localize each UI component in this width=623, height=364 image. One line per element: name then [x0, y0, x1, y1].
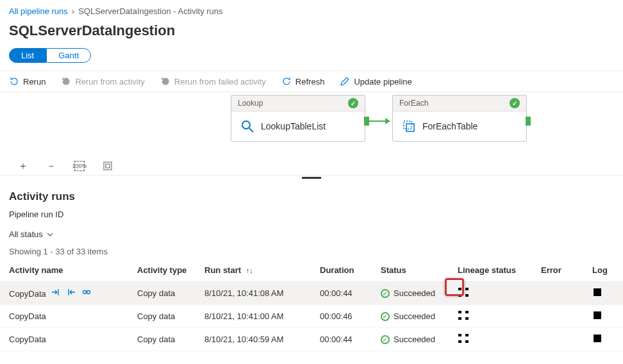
svg-rect-18: [458, 334, 461, 336]
svg-rect-9: [465, 288, 469, 290]
svg-rect-19: [465, 334, 469, 336]
page-title: SQLServerDataIngestion: [0, 20, 623, 48]
svg-rect-5: [106, 164, 110, 168]
cell-duration: 00:00:44: [311, 328, 372, 351]
log-icon[interactable]: [592, 310, 602, 320]
cell-run-start: 8/10/21, 10:41:08 AM: [195, 282, 311, 305]
input-icon[interactable]: [51, 288, 60, 297]
cell-run-start: 8/10/21, 10:41:00 AM: [195, 305, 311, 328]
log-icon[interactable]: [592, 287, 602, 297]
cell-status: Succeeded: [381, 335, 444, 344]
rerun-failed-label: Rerun from failed activity: [174, 77, 266, 87]
run-id-label: Pipeline run ID: [0, 207, 623, 226]
cell-run-start: 8/10/21, 10:40:59 AM: [195, 328, 311, 351]
view-list-button[interactable]: List: [9, 48, 46, 63]
rerun-label: Rerun: [23, 77, 46, 87]
view-gantt-button[interactable]: Gantt: [46, 48, 91, 63]
update-pipeline-button[interactable]: Update pipeline: [340, 76, 411, 87]
table-row[interactable]: CopyData Copy data 8/10/21, 10:41:00 AM …: [0, 305, 623, 328]
details-icon[interactable]: [82, 288, 91, 297]
activity-foreach[interactable]: ForEach ForEachTable: [392, 95, 527, 142]
magnifier-icon: [240, 119, 254, 133]
svg-rect-11: [465, 294, 469, 297]
activity-name: LookupTableList: [261, 121, 326, 131]
col-run-start[interactable]: Run start ↑↓: [195, 259, 311, 282]
success-icon: [381, 335, 390, 344]
rerun-button[interactable]: Rerun: [9, 76, 46, 87]
col-duration[interactable]: Duration: [311, 259, 372, 282]
svg-rect-15: [458, 317, 461, 320]
activity-lookup[interactable]: Lookup LookupTableList: [231, 95, 365, 142]
toolbar: Rerun Rerun from activity Rerun from fai…: [0, 70, 623, 92]
table-row[interactable]: CopyData Copy data 8/10/21, 10:40:59 AM …: [0, 328, 623, 351]
svg-rect-8: [458, 288, 461, 290]
sort-icon: ↑↓: [246, 267, 253, 274]
view-toggle: List Gantt: [0, 48, 623, 70]
activity-name: ForEachTable: [422, 121, 478, 131]
status-filter-dropdown[interactable]: All status: [0, 226, 623, 243]
col-log[interactable]: Log: [583, 259, 623, 282]
svg-point-6: [83, 291, 86, 294]
success-icon: [381, 289, 390, 298]
svg-rect-3: [406, 124, 414, 131]
log-icon[interactable]: [592, 333, 602, 343]
zoom-fit-icon[interactable]: 100%: [74, 161, 85, 171]
svg-rect-22: [594, 335, 601, 342]
col-activity-type[interactable]: Activity type: [128, 259, 195, 282]
rerun-activity-icon: [61, 76, 71, 87]
rerun-from-activity-button: Rerun from activity: [61, 76, 144, 87]
svg-rect-4: [104, 162, 112, 170]
activity-type-label: Lookup: [238, 99, 263, 108]
lineage-icon[interactable]: [458, 310, 469, 320]
lineage-icon[interactable]: [458, 333, 469, 343]
table-row[interactable]: CopyData Copy data 8/10/21, 10:41:08 AM …: [0, 282, 623, 305]
rerun-icon: [9, 76, 19, 87]
svg-rect-20: [458, 340, 461, 343]
svg-rect-13: [458, 311, 461, 313]
output-handle[interactable]: [364, 117, 369, 126]
svg-rect-16: [465, 317, 469, 320]
activity-type-label: ForEach: [399, 99, 428, 108]
update-pipeline-label: Update pipeline: [354, 77, 411, 87]
zoom-out-icon[interactable]: －: [46, 161, 56, 171]
col-lineage[interactable]: Lineage status: [449, 259, 532, 282]
svg-point-7: [87, 291, 90, 294]
cell-error: [532, 328, 583, 351]
success-icon: [381, 312, 390, 321]
col-run-start-label: Run start: [204, 265, 241, 275]
breadcrumb: All pipeline runs › SQLServerDataIngesti…: [0, 0, 623, 20]
svg-rect-21: [465, 340, 469, 343]
output-icon[interactable]: [67, 288, 76, 297]
zoom-in-icon[interactable]: ＋: [18, 161, 28, 171]
status-filter-label: All status: [9, 229, 43, 239]
refresh-label: Refresh: [295, 77, 325, 87]
cell-activity-type: Copy data: [128, 282, 195, 305]
rerun-failed-icon: [160, 76, 170, 87]
breadcrumb-root[interactable]: All pipeline runs: [9, 6, 68, 16]
pipeline-canvas[interactable]: Lookup LookupTableList ForEach ForEachTa…: [0, 92, 623, 176]
svg-line-1: [249, 128, 253, 132]
cell-duration: 00:00:44: [311, 282, 372, 305]
pencil-icon: [340, 76, 350, 87]
lineage-icon[interactable]: [458, 287, 469, 297]
col-error[interactable]: Error: [532, 259, 583, 282]
svg-rect-12: [594, 288, 601, 296]
cell-activity-type: Copy data: [128, 305, 195, 328]
col-activity-name[interactable]: Activity name: [0, 259, 128, 282]
success-icon: [348, 98, 358, 108]
svg-rect-2: [404, 121, 411, 129]
output-handle[interactable]: [526, 117, 531, 126]
chevron-down-icon: [47, 231, 53, 238]
cell-status: Succeeded: [381, 288, 444, 298]
svg-point-0: [242, 121, 250, 129]
cell-error: [532, 282, 583, 305]
chevron-right-icon: ›: [72, 6, 74, 16]
cell-activity-name: CopyData: [9, 335, 46, 344]
refresh-icon: [281, 76, 292, 87]
svg-rect-14: [465, 311, 469, 313]
col-status[interactable]: Status: [372, 259, 449, 282]
cell-activity-name: CopyData: [9, 311, 46, 321]
refresh-button[interactable]: Refresh: [281, 76, 325, 87]
fullscreen-icon[interactable]: [103, 161, 113, 171]
breadcrumb-current: SQLServerDataIngestion - Activity runs: [78, 6, 222, 16]
